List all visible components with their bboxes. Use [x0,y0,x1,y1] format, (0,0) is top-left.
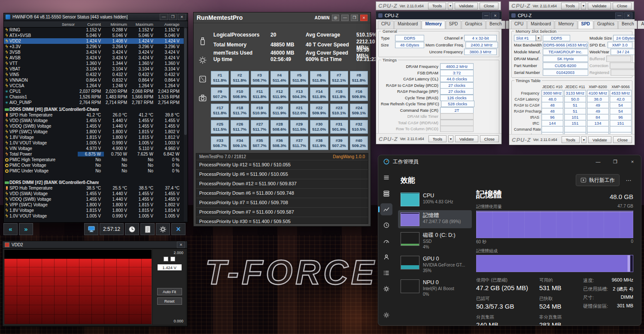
performance-sidebar-item[interactable]: CPU 100% 4.83 GHz [398,190,472,208]
sensor-row[interactable]: VIN Voltage 4.970 V 4.900 V 5.110 V 4.96… [4,146,184,151]
monitor-button[interactable] [84,223,98,235]
close-button[interactable]: Close [613,3,632,9]
gear-icon[interactable] [198,55,207,65]
cpuz-tab[interactable]: About [638,21,644,29]
cpuz-tab[interactable]: Memory [422,21,445,29]
sensor-row[interactable]: PMIC Over Voltage No No No 0 % [4,162,184,168]
sensor-row[interactable]: RING 1.152 V 0.288 V 1.152 V 1.152 V [4,27,184,33]
cpuz-tab[interactable]: Bench [618,21,637,29]
cpuz-titlebar[interactable]: CPU-Z [376,12,501,19]
sensor-row[interactable]: VDD (SWA) Voltage 1.455 V 1.440 V 1.455 … [4,191,184,196]
auto-fit-button[interactable]: Auto Fit [157,288,182,295]
sensor-row[interactable]: VDD2 1.424 V 1.408 V 1.424 V 1.424 V [4,38,184,44]
column-header[interactable]: Sensor [4,22,78,27]
validate-button[interactable]: Validate [455,135,478,142]
validate-button[interactable]: Validate [455,3,478,9]
cpuz-tab[interactable]: SPD [446,21,462,29]
close-button[interactable] [624,155,641,168]
nav-users[interactable] [380,251,392,263]
close-button[interactable] [177,242,185,248]
nav-startup-apps[interactable] [380,235,392,247]
scrollbar-thumb[interactable] [184,28,187,135]
dice-icon[interactable] [198,74,207,84]
sensor-row[interactable]: +3.3V 3.296 V 3.264 V 3.296 V 3.296 V [4,44,184,49]
scrollbar[interactable] [184,27,187,221]
cpuz-tab[interactable]: Memory [555,21,577,29]
sensor-row[interactable]: 3VSB 3.424 V 3.424 V 3.424 V 3.424 V [4,49,184,55]
performance-sidebar-item[interactable]: 記憶體 47.2/47.7 GB (99%) [398,210,472,228]
cpuz-tab[interactable]: SPD [578,21,594,29]
column-header[interactable]: Current [78,22,104,27]
performance-sidebar-item[interactable]: GPU 0 NVIDIA GeForce GT... 35% [398,254,472,276]
sensor-row[interactable]: 1.0V VOUT Voltage 1.005 V 0.990 V 1.005 … [4,140,184,146]
tools-button[interactable]: Tools [428,3,446,9]
tools-button[interactable]: Tools [562,136,580,143]
sensor-row[interactable]: AVSB 3.424 V 3.424 V 3.424 V 3.424 V [4,55,184,61]
sensor-row[interactable]: VCCSA 1.264 V 1.248 V 1.264 V 1.264 V [4,83,184,89]
sensor-row[interactable]: PMIC High Temperature No No No 0 % [4,157,184,162]
sensor-row[interactable]: CPU1 2,037 RPM 2,020 RPM 2,068 RPM 2,043… [4,89,184,94]
settings-button[interactable] [380,309,392,321]
sensor-row[interactable]: VIN5 0.432 V 0.432 V 0.432 V 0.432 V [4,72,184,77]
tools-dropdown-button[interactable] [581,3,586,9]
settings-button[interactable] [156,223,170,235]
hwinfo-titlebar[interactable]: HWiNFO® 64 v8.11-5550 Sensor Status [443… [4,13,188,21]
run-new-task-button[interactable]: 執行新工作 [576,174,620,186]
cpuz-tab[interactable]: Graphics [462,21,486,29]
graph-checkbox-1[interactable] [164,257,168,261]
sensor-row[interactable]: VDD (SWA) Voltage 1.455 V 1.440 V 1.455 … [4,118,184,123]
sensor-row[interactable]: VDDQ (SWB) Voltage 1.455 V 1.440 V 1.455… [4,123,184,129]
scroll-right-button[interactable] [19,223,33,235]
tools-button[interactable]: Tools [561,3,579,9]
close-button[interactable]: Close [613,136,632,143]
sensor-column-headers[interactable]: SensorCurrentMinimumMaximumAverage [4,21,188,28]
sensor-row[interactable]: VBAT 3.104 V 3.104 V 3.104 V 3.104 V [4,66,184,72]
sensor-row[interactable]: VDDQ (SWB) Voltage 1.455 V 1.440 V 1.455… [4,196,184,202]
maximize-button[interactable] [169,14,177,20]
close-button[interactable] [491,12,499,19]
taskmgr-titlebar[interactable]: 工作管理員 [378,155,641,168]
sensor-row[interactable]: ATX+5VSB 5.046 V 5.046 V 5.046 V 5.046 V [4,33,184,38]
vdd2-titlebar[interactable]: VDD2 [3,241,187,248]
memtest-titlebar[interactable]: RunMemtestPro ADMIN [194,12,371,23]
nav-details[interactable] [380,267,392,279]
close-button[interactable] [178,14,186,20]
nav-processes[interactable] [380,187,392,199]
camera-icon[interactable] [198,93,207,103]
close-button[interactable]: Close [480,135,499,142]
cpuz-tab[interactable]: Mainboard [394,21,421,29]
sensor-row[interactable]: VPP (SWC) Voltage 1.800 V 1.800 V 1.815 … [4,202,184,208]
close-button[interactable] [360,15,368,21]
performance-sidebar-item[interactable]: 磁碟 0 (C: D:) SSD 4% [398,230,472,252]
sensor-row[interactable]: 1.8V Voltage 1.815 V 1.800 V 1.815 V 1.8… [4,135,184,140]
column-header[interactable]: Average [156,22,182,27]
sensor-row[interactable]: SPD Hub Temperature 41.2 °C 26.0 °C 41.2… [4,112,184,118]
sensor-row[interactable]: DDR5 DIMM [#0] (BANK 1/Controller0-Chann… [4,107,184,112]
sensor-row[interactable]: Total Power 6.875 W 0.750 W 7.625 W 6.84… [4,151,184,157]
tools-dropdown-button[interactable] [581,136,586,143]
cpuz-tab[interactable]: CPU [511,21,527,29]
minimize-button[interactable] [482,12,490,19]
cpuz-titlebar[interactable]: CPU-Z [509,12,635,19]
pin-button[interactable] [332,15,339,21]
tools-dropdown-button[interactable] [448,135,453,142]
chevron-down-icon[interactable] [536,35,541,41]
slot-dropdown[interactable]: Slot #1 [514,35,541,41]
nav-services[interactable] [380,283,392,295]
sensor-row[interactable]: DDR5 DIMM [#2] (BANK 0/Controller0-Chann… [4,180,184,185]
minimize-button[interactable] [341,15,349,21]
menu-button[interactable] [380,172,392,184]
exit-button[interactable] [171,223,185,235]
nav-performance[interactable] [380,203,392,215]
close-button[interactable] [624,12,632,19]
usb-drive-icon[interactable] [198,37,207,46]
sensor-row[interactable]: AIO_PUMP 2,764 RPM 2,714 RPM 2,787 RPM 2… [4,100,184,105]
report-button[interactable] [140,223,155,235]
cpuz-tab[interactable]: CPU [378,21,394,29]
sensor-row[interactable]: 1.0V VOUT Voltage 1.005 V 0.990 V 1.005 … [4,213,184,219]
validate-button[interactable]: Validate [588,136,611,143]
minimize-button[interactable] [615,12,623,19]
minimize-button[interactable] [160,14,168,20]
graph-checkbox-2[interactable] [170,257,175,261]
column-header[interactable]: Maximum [130,22,156,27]
